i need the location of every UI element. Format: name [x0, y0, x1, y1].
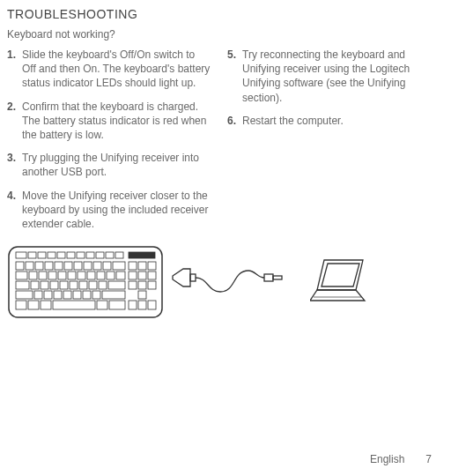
svg-rect-5	[57, 252, 65, 258]
svg-rect-55	[34, 291, 42, 299]
svg-rect-62	[102, 291, 125, 299]
step-text: Try plugging the Unifying receiver into …	[22, 151, 211, 179]
svg-rect-50	[108, 281, 125, 289]
svg-rect-23	[113, 262, 125, 270]
footer-page-number: 7	[425, 453, 432, 465]
svg-rect-6	[67, 252, 75, 258]
svg-rect-47	[79, 281, 87, 289]
step-text: Move the Unifying receiver closer to the…	[22, 189, 211, 232]
steps-list-left: 1.Slide the keyboard's Off/On switch to …	[7, 48, 211, 231]
svg-rect-73	[190, 274, 196, 281]
svg-rect-46	[70, 281, 78, 289]
svg-rect-38	[129, 271, 137, 279]
step-number: 4.	[7, 189, 19, 232]
svg-rect-20	[84, 262, 92, 270]
svg-rect-35	[97, 271, 105, 279]
svg-rect-49	[99, 281, 107, 289]
svg-rect-30	[48, 271, 56, 279]
section-subtitle: Keyboard not working?	[7, 28, 432, 41]
svg-rect-15	[35, 262, 43, 270]
svg-rect-13	[16, 262, 24, 270]
svg-rect-64	[16, 301, 26, 309]
svg-rect-17	[55, 262, 63, 270]
step-item: 2.Confirm that the keyboard is charged. …	[7, 100, 211, 143]
svg-rect-59	[73, 291, 81, 299]
svg-rect-51	[129, 281, 137, 289]
keyboard-icon	[7, 245, 164, 320]
svg-rect-43	[41, 281, 48, 289]
svg-rect-7	[77, 252, 85, 258]
svg-rect-42	[31, 281, 39, 289]
svg-rect-19	[74, 262, 82, 270]
svg-rect-70	[129, 301, 137, 309]
svg-rect-37	[116, 271, 125, 279]
svg-rect-3	[38, 252, 46, 258]
step-text: Confirm that the keyboard is charged. Th…	[22, 100, 211, 143]
svg-rect-74	[264, 274, 273, 281]
svg-rect-44	[50, 281, 58, 289]
laptop-icon	[310, 257, 372, 309]
step-item: 6.Restart the computer.	[227, 114, 432, 128]
svg-rect-4	[48, 252, 55, 258]
svg-rect-56	[44, 291, 52, 299]
svg-rect-71	[138, 301, 146, 309]
svg-rect-1	[16, 252, 26, 258]
svg-rect-10	[106, 252, 114, 258]
step-text: Restart the computer.	[242, 114, 432, 128]
step-item: 5.Try reconnecting the keyboard and Unif…	[227, 48, 432, 105]
svg-rect-16	[45, 262, 53, 270]
svg-rect-34	[87, 271, 95, 279]
svg-rect-22	[103, 262, 111, 270]
svg-rect-39	[138, 271, 146, 279]
step-number: 1.	[7, 48, 19, 91]
svg-rect-40	[148, 271, 156, 279]
svg-rect-65	[28, 301, 39, 309]
svg-rect-58	[63, 291, 71, 299]
step-text: Try reconnecting the keyboard and Unifyi…	[242, 48, 432, 105]
step-item: 4.Move the Unifying receiver closer to t…	[7, 189, 211, 232]
svg-rect-24	[129, 262, 137, 270]
svg-rect-18	[64, 262, 72, 270]
svg-rect-28	[29, 271, 37, 279]
step-number: 2.	[7, 100, 19, 143]
svg-rect-67	[53, 301, 95, 309]
svg-rect-32	[68, 271, 76, 279]
svg-rect-8	[86, 252, 94, 258]
svg-rect-52	[138, 281, 146, 289]
footer-language: English	[370, 453, 404, 465]
step-number: 5.	[227, 48, 240, 105]
svg-rect-14	[26, 262, 33, 270]
svg-rect-45	[60, 281, 68, 289]
svg-rect-53	[148, 281, 156, 289]
svg-rect-25	[138, 262, 146, 270]
steps-list-right: 5.Try reconnecting the keyboard and Unif…	[227, 48, 432, 128]
svg-rect-63	[138, 291, 146, 299]
step-number: 6.	[227, 114, 240, 128]
illustration-row	[7, 245, 432, 320]
svg-rect-21	[93, 262, 101, 270]
svg-rect-29	[39, 271, 47, 279]
svg-rect-26	[148, 262, 156, 270]
step-text: Slide the keyboard's Off/On switch to Of…	[22, 48, 211, 91]
svg-rect-75	[273, 276, 282, 279]
step-item: 1.Slide the keyboard's Off/On switch to …	[7, 48, 211, 91]
svg-rect-27	[16, 271, 27, 279]
page-footer: English 7	[370, 453, 432, 465]
svg-rect-41	[16, 281, 29, 289]
svg-rect-61	[92, 291, 100, 299]
section-title: TROUBLESHOOTING	[7, 7, 432, 21]
svg-rect-12	[129, 252, 155, 258]
step-number: 3.	[7, 151, 19, 179]
svg-rect-68	[97, 301, 107, 309]
svg-rect-33	[78, 271, 85, 279]
steps-columns: 1.Slide the keyboard's Off/On switch to …	[7, 48, 432, 240]
step-item: 3.Try plugging the Unifying receiver int…	[7, 151, 211, 179]
svg-rect-9	[96, 252, 104, 258]
svg-rect-54	[16, 291, 33, 299]
right-column: 5.Try reconnecting the keyboard and Unif…	[227, 48, 432, 240]
svg-rect-31	[58, 271, 66, 279]
svg-rect-66	[41, 301, 51, 309]
svg-rect-60	[83, 291, 91, 299]
svg-rect-36	[107, 271, 115, 279]
svg-rect-57	[54, 291, 62, 299]
